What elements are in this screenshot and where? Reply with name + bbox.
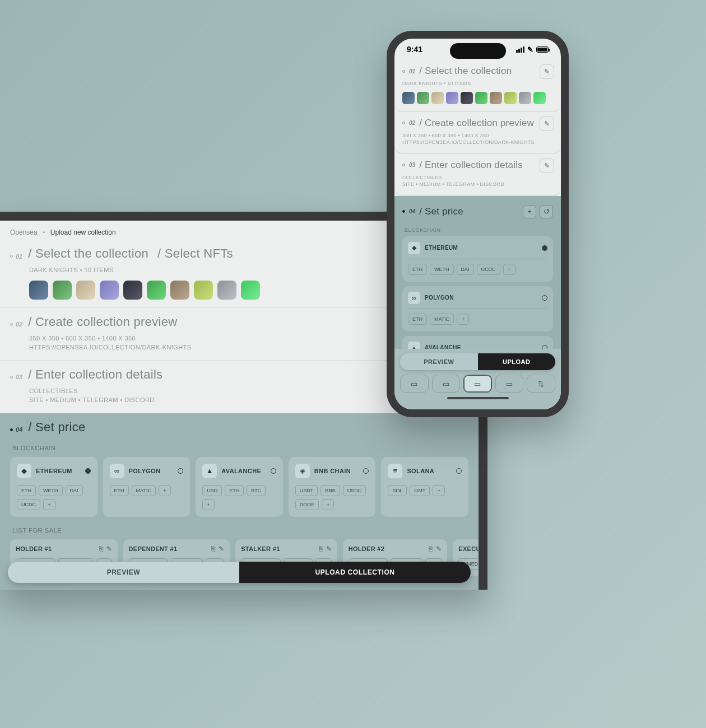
edit-icon[interactable]: ✎: [540, 64, 554, 79]
token-add-icon[interactable]: +: [433, 485, 445, 496]
wifi-icon: ✎︎: [527, 45, 533, 54]
radio-icon[interactable]: [178, 468, 183, 474]
chain-ethereum[interactable]: ◆ETHEREUM ETHWETHDAIUCDC+: [10, 457, 97, 517]
step-number: 04: [16, 426, 22, 433]
upload-collection-button[interactable]: UPLOAD COLLECTION: [239, 562, 471, 583]
step-title: / Create collection preview: [28, 315, 177, 329]
radio-icon[interactable]: [456, 468, 462, 474]
step-number: 02: [409, 120, 415, 126]
token-row: ETH WETH DAI UCDC +: [408, 264, 547, 275]
step-indicator-icon: [402, 122, 405, 124]
breadcrumb-app[interactable]: Opensea: [10, 228, 38, 236]
chain-bnb[interactable]: ◈BNB CHAIN USDTBNBUSDCDOGE+: [289, 457, 376, 517]
token-chip[interactable]: DAI: [457, 264, 474, 275]
edit-icon[interactable]: ✎: [326, 545, 332, 553]
copy-icon[interactable]: ⎘: [429, 545, 433, 553]
token-add-icon[interactable]: +: [322, 499, 334, 510]
radio-selected-icon[interactable]: [85, 468, 91, 474]
token-chip[interactable]: UCDC: [17, 499, 40, 510]
bnb-icon: ◈: [295, 464, 310, 478]
preview-button[interactable]: PREVIEW: [8, 562, 239, 583]
token-chip[interactable]: ETH: [408, 264, 427, 275]
layout-icon[interactable]: ▭: [400, 375, 429, 393]
token-chip[interactable]: WETH: [39, 485, 63, 496]
step-create-preview[interactable]: 02 / Create collection preview ✎ 350 X 3…: [394, 112, 561, 153]
token-add-icon[interactable]: +: [457, 314, 469, 325]
step-number: 03: [16, 374, 22, 380]
token-chip[interactable]: MATIC: [430, 314, 454, 325]
token-add-icon[interactable]: +: [202, 499, 215, 510]
token-chip[interactable]: SOL: [388, 485, 407, 496]
add-button[interactable]: +: [523, 205, 536, 218]
solana-icon: ≡: [388, 464, 402, 478]
chain-solana[interactable]: ≡SOLANA SOLGMT+: [381, 457, 468, 517]
status-time: 9:41: [407, 45, 422, 54]
step-indicator-icon: [402, 210, 405, 213]
radio-selected-icon[interactable]: [542, 245, 547, 251]
token-add-icon[interactable]: +: [503, 264, 515, 275]
step-number: 03: [409, 162, 415, 168]
edit-icon[interactable]: ✎: [436, 545, 442, 553]
step-title: / Select the collection: [419, 66, 512, 77]
layout-icon[interactable]: ▭: [432, 375, 461, 393]
token-chip[interactable]: DOGE: [295, 499, 319, 510]
undo-button[interactable]: ↺: [540, 205, 553, 218]
copy-icon[interactable]: ⎘: [319, 545, 323, 553]
token-add-icon[interactable]: +: [43, 499, 55, 510]
edit-icon[interactable]: ✎: [219, 545, 224, 553]
token-chip[interactable]: WETH: [430, 264, 454, 275]
step-meta: DARK KNIGHTS • 10 ITEMS: [402, 80, 553, 87]
step-select-collection[interactable]: 01 / Select the collection ✎ DARK KNIGHT…: [394, 60, 561, 111]
upload-button[interactable]: UPLOAD: [478, 353, 556, 370]
settings-icon[interactable]: ⇅: [527, 375, 555, 393]
token-chip[interactable]: DAI: [66, 485, 83, 496]
step-meta: COLLECTIBLESSITE • MEDIUM • TELEGRAM • D…: [402, 174, 553, 188]
step-meta: 350 X 350 • 600 X 350 • 1400 X 350HTTPS:…: [402, 132, 553, 146]
layout-icon[interactable]: ▭: [495, 375, 524, 393]
chain-name: ETHEREUM: [425, 245, 458, 251]
token-chip[interactable]: UCDC: [477, 264, 500, 275]
section-label-sale: LIST FOR SALE: [12, 527, 468, 534]
edit-icon[interactable]: ✎: [540, 158, 554, 173]
layout-icon-active[interactable]: ▭: [463, 375, 492, 393]
separator-dot-icon: •: [43, 230, 45, 235]
step-title: / Set price: [28, 420, 85, 435]
token-chip[interactable]: ETH: [408, 314, 427, 325]
step-title: / Enter collection details: [419, 160, 523, 171]
token-chip[interactable]: BTC: [247, 485, 266, 496]
token-chip[interactable]: BNB: [321, 485, 340, 496]
phone-bottom-bar: PREVIEW UPLOAD ▭ ▭ ▭ ▭ ⇅: [394, 349, 561, 409]
chain-polygon[interactable]: ∞POLYGON ETH MATIC +: [402, 286, 553, 332]
edit-icon[interactable]: ✎: [540, 116, 554, 131]
token-add-icon[interactable]: +: [159, 485, 171, 496]
copy-icon[interactable]: ⎘: [99, 545, 103, 553]
radio-icon[interactable]: [363, 468, 369, 474]
token-chip[interactable]: MATIC: [132, 485, 156, 496]
step-title: / Set price: [419, 206, 463, 217]
edit-icon[interactable]: ✎: [106, 545, 112, 553]
token-chip[interactable]: ETH: [17, 485, 36, 496]
battery-icon: [536, 46, 549, 53]
copy-icon[interactable]: ⎘: [211, 545, 215, 553]
chain-name: POLYGON: [425, 295, 454, 301]
polygon-icon: ∞: [110, 464, 124, 478]
chain-ethereum[interactable]: ◆ETHEREUM ETH WETH DAI UCDC +: [402, 236, 553, 282]
radio-icon[interactable]: [271, 468, 276, 474]
status-icons: ✎︎: [516, 45, 549, 54]
step-enter-details[interactable]: 03 / Enter collection details ✎ COLLECTI…: [394, 154, 561, 195]
chain-grid: ◆ETHEREUM ETHWETHDAIUCDC+ ∞POLYGON ETHMA…: [10, 457, 468, 517]
home-indicator: [447, 397, 509, 399]
preview-button[interactable]: PREVIEW: [400, 353, 478, 370]
token-chip[interactable]: USDT: [295, 485, 318, 496]
token-chip[interactable]: ETH: [110, 485, 129, 496]
token-chip[interactable]: ETH: [225, 485, 244, 496]
token-chip[interactable]: USDC: [343, 485, 366, 496]
radio-icon[interactable]: [542, 295, 547, 301]
chain-polygon[interactable]: ∞POLYGON ETHMATIC+: [103, 457, 191, 517]
phone-notch: [450, 43, 506, 59]
phone-mock: 9:41 ✎︎ 01 / Select the collection ✎ DAR…: [387, 31, 569, 417]
token-chip[interactable]: GMT: [410, 485, 430, 496]
chain-avalanche[interactable]: ▲AVALANCHE USDETHBTC+: [196, 457, 283, 517]
step-title: / Enter collection details: [28, 367, 162, 382]
token-chip[interactable]: USD: [202, 485, 222, 496]
